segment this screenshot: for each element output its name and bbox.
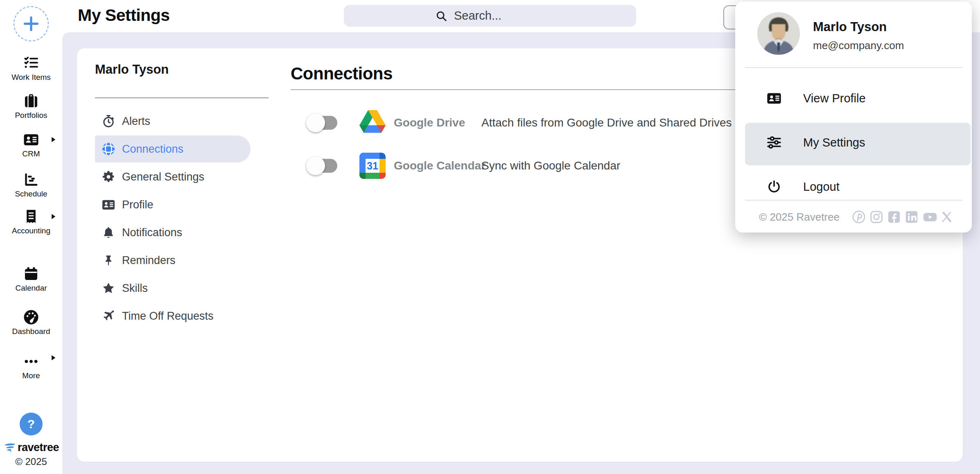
google-calendar-toggle[interactable] bbox=[307, 156, 337, 175]
settings-nav-time-off-requests[interactable]: Time Off Requests bbox=[95, 302, 259, 330]
sidebar-item-label: CRM bbox=[0, 149, 62, 158]
id-card-icon bbox=[765, 90, 783, 106]
ravetree-wordmark: ravetree bbox=[18, 441, 59, 454]
sidebar-item-label: Accounting bbox=[0, 226, 62, 235]
connection-name: Google Calendar bbox=[394, 151, 485, 180]
footer-copyright: © 2025 Ravetree bbox=[759, 211, 840, 223]
plus-icon bbox=[22, 14, 41, 33]
settings-nav-label: Time Off Requests bbox=[122, 310, 214, 323]
section-title: Connections bbox=[291, 64, 393, 84]
toggle-knob bbox=[306, 113, 325, 132]
create-button[interactable] bbox=[14, 6, 49, 41]
sidebar-item-calendar[interactable]: Calendar bbox=[0, 265, 62, 295]
sidebar-item-more[interactable]: More bbox=[0, 353, 62, 382]
sidebar-item-portfolios[interactable]: Portfolios bbox=[0, 93, 62, 122]
settings-nav-label: Reminders bbox=[122, 254, 176, 267]
sidebar-item-work-items[interactable]: Work Items bbox=[0, 54, 62, 84]
ravetree-app: My Settings Work Items Portfolios bbox=[0, 0, 980, 474]
instagram-icon[interactable] bbox=[869, 210, 883, 224]
user-menu-name: Marlo Tyson bbox=[813, 20, 887, 34]
work-items-icon bbox=[0, 54, 62, 72]
star-icon bbox=[101, 281, 116, 295]
settings-nav-label: Notifications bbox=[122, 226, 182, 239]
sidebar-item-crm[interactable]: CRM bbox=[0, 131, 62, 160]
settings-nav-reminders[interactable]: Reminders bbox=[95, 246, 259, 274]
settings-nav-label: Profile bbox=[122, 199, 154, 211]
search-icon bbox=[435, 10, 447, 22]
connection-description: Attach files from Google Drive and Share… bbox=[481, 108, 732, 137]
sidebar-item-label: Dashboard bbox=[0, 327, 62, 336]
search-input[interactable] bbox=[453, 9, 545, 23]
submenu-arrow-icon bbox=[51, 136, 56, 143]
toggle-knob bbox=[306, 156, 325, 175]
menu-item-label: View Profile bbox=[803, 92, 866, 105]
settings-nav-skills[interactable]: Skills bbox=[95, 274, 259, 302]
menu-item-view-profile[interactable]: View Profile bbox=[745, 77, 971, 120]
user-menu-dropdown: Marlo Tyson me@company.com View Profile … bbox=[735, 2, 972, 232]
sidebar-item-label: Portfolios bbox=[0, 111, 62, 120]
calendar-day-number: 31 bbox=[367, 160, 378, 172]
connection-name: Google Drive bbox=[394, 108, 465, 137]
social-links bbox=[852, 210, 954, 224]
sliders-icon bbox=[765, 135, 783, 150]
divider bbox=[745, 67, 962, 68]
google-drive-logo bbox=[359, 110, 386, 136]
settings-owner-name: Marlo Tyson bbox=[95, 62, 169, 77]
sidebar-item-schedule[interactable]: Schedule bbox=[0, 171, 62, 201]
calendar-icon bbox=[0, 265, 62, 282]
power-icon bbox=[765, 179, 783, 194]
submenu-arrow-icon bbox=[51, 354, 56, 361]
divider bbox=[95, 97, 269, 98]
divider bbox=[745, 200, 962, 201]
connection-description: Sync with Google Calendar bbox=[481, 151, 620, 180]
sidebar-item-accounting[interactable]: Accounting bbox=[0, 208, 62, 237]
bell-icon bbox=[101, 226, 116, 239]
ravetree-logo: ravetree bbox=[0, 441, 62, 454]
dashboard-icon bbox=[0, 309, 62, 326]
pinterest-icon[interactable] bbox=[852, 210, 866, 224]
x-icon[interactable] bbox=[940, 210, 954, 224]
sidebar: Work Items Portfolios CRM Schedule bbox=[0, 0, 62, 474]
schedule-icon bbox=[0, 171, 62, 188]
pin-icon bbox=[101, 254, 116, 266]
sidebar-copyright: © 2025 bbox=[0, 456, 62, 467]
settings-nav-notifications[interactable]: Notifications bbox=[95, 219, 259, 246]
question-mark-icon: ? bbox=[27, 417, 35, 431]
user-menu-email: me@company.com bbox=[813, 39, 904, 52]
youtube-icon[interactable] bbox=[922, 210, 936, 224]
dropdown-footer: © 2025 Ravetree bbox=[735, 201, 972, 232]
menu-item-label: My Settings bbox=[803, 136, 865, 149]
google-drive-toggle[interactable] bbox=[307, 113, 337, 132]
linkedin-icon[interactable] bbox=[905, 210, 919, 224]
menu-item-my-settings[interactable]: My Settings bbox=[745, 121, 971, 164]
settings-nav-label: Skills bbox=[122, 282, 148, 295]
google-calendar-logo: 31 bbox=[359, 153, 386, 179]
ravetree-logo-mark-icon bbox=[3, 442, 16, 454]
menu-item-label: Logout bbox=[803, 180, 840, 194]
sidebar-item-label: Schedule bbox=[0, 190, 62, 199]
submenu-arrow-icon bbox=[51, 213, 56, 220]
plane-icon bbox=[101, 309, 116, 323]
sidebar-item-dashboard[interactable]: Dashboard bbox=[0, 309, 62, 338]
portfolios-icon bbox=[0, 93, 62, 110]
page-title: My Settings bbox=[78, 6, 170, 25]
search-bar[interactable] bbox=[344, 5, 636, 27]
sidebar-item-label: Calendar bbox=[0, 284, 62, 293]
sidebar-item-label: More bbox=[0, 371, 62, 380]
settings-nav-profile[interactable]: Profile bbox=[95, 191, 259, 219]
sidebar-item-label: Work Items bbox=[0, 73, 62, 82]
avatar bbox=[757, 12, 800, 55]
help-button[interactable]: ? bbox=[20, 413, 43, 436]
id-card-icon bbox=[101, 197, 116, 212]
facebook-icon[interactable] bbox=[887, 210, 901, 224]
